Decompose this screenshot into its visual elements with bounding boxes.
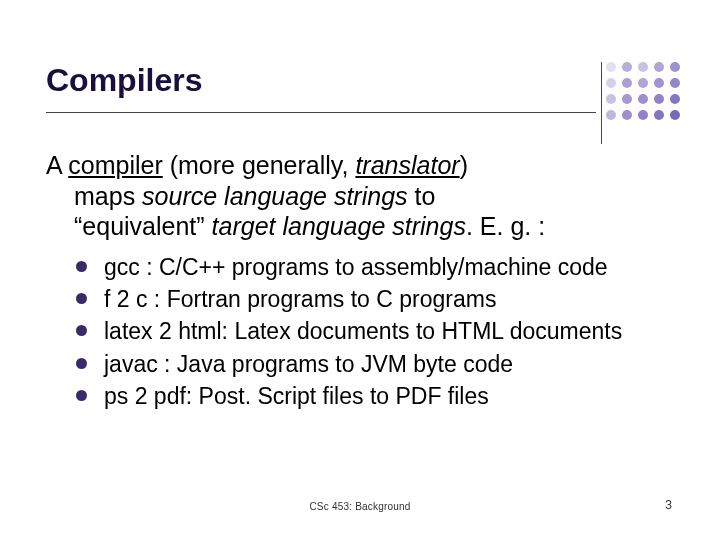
dot-icon xyxy=(606,78,616,88)
dot-icon xyxy=(670,78,680,88)
list-item: ps 2 pdf: Post. Script files to PDF file… xyxy=(76,381,672,411)
phrase-target: target language strings xyxy=(212,212,466,240)
title-underline xyxy=(46,112,596,113)
list-item: f 2 c : Fortran programs to C programs xyxy=(76,284,672,314)
intro-text: to xyxy=(408,182,436,210)
intro-text: maps xyxy=(74,182,142,210)
intro-text: A xyxy=(46,151,68,179)
dot-icon xyxy=(654,62,664,72)
slide-number: 3 xyxy=(665,498,672,512)
dot-icon xyxy=(606,62,616,72)
list-item: gcc : C/C++ programs to assembly/machine… xyxy=(76,252,672,282)
dot-icon xyxy=(622,94,632,104)
intro-text: “equivalent” xyxy=(74,212,212,240)
dot-icon xyxy=(638,110,648,120)
dot-icon xyxy=(606,94,616,104)
intro-text: . E. g. : xyxy=(466,212,545,240)
dot-icon xyxy=(654,94,664,104)
decorative-dots xyxy=(606,62,682,122)
dot-icon xyxy=(654,78,664,88)
phrase-source: source language strings xyxy=(142,182,407,210)
bullet-list: gcc : C/C++ programs to assembly/machine… xyxy=(46,252,672,412)
title-divider xyxy=(601,62,602,144)
dot-icon xyxy=(622,78,632,88)
intro-paragraph: A compiler (more generally, translator) … xyxy=(46,150,672,242)
dot-icon xyxy=(606,110,616,120)
term-compiler: compiler xyxy=(68,151,162,179)
intro-text: (more generally, xyxy=(163,151,356,179)
dot-icon xyxy=(670,110,680,120)
intro-text: ) xyxy=(460,151,468,179)
term-translator: translator xyxy=(355,151,459,179)
slide-title: Compilers xyxy=(46,62,202,99)
dot-icon xyxy=(670,62,680,72)
dot-icon xyxy=(622,62,632,72)
footer-course: CSc 453: Background xyxy=(309,501,410,512)
dot-icon xyxy=(670,94,680,104)
list-item: latex 2 html: Latex documents to HTML do… xyxy=(76,316,672,346)
dot-icon xyxy=(654,110,664,120)
dot-icon xyxy=(638,94,648,104)
slide-body: A compiler (more generally, translator) … xyxy=(46,150,672,413)
dot-icon xyxy=(638,78,648,88)
dot-icon xyxy=(622,110,632,120)
list-item: javac : Java programs to JVM byte code xyxy=(76,349,672,379)
dot-icon xyxy=(638,62,648,72)
